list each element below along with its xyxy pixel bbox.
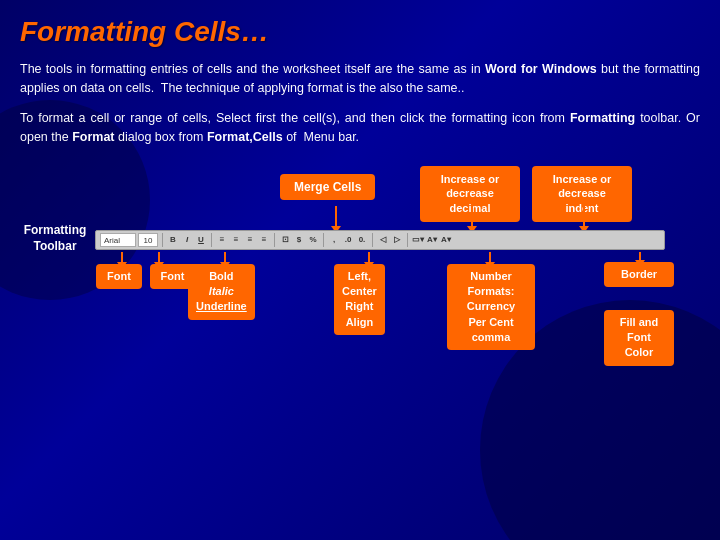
bold-button[interactable]: B (167, 235, 179, 244)
page-title: Formatting Cells… (20, 16, 700, 48)
border-dropdown-button[interactable]: ▭▾ (412, 235, 424, 244)
underline-button[interactable]: U (195, 235, 207, 244)
align-center-button[interactable]: ≡ (230, 235, 242, 244)
indent-increase-button[interactable]: ▷ (391, 235, 403, 244)
decrease-decimal-button[interactable]: 0. (356, 235, 368, 244)
bold-text: Bold (209, 270, 233, 282)
fill-color-button[interactable]: A▾ (426, 235, 438, 244)
increase-decimal-button[interactable]: .0 (342, 235, 354, 244)
toolbar-size-field[interactable]: 10 (138, 233, 158, 247)
diagram-area: Merge Cells Increase or decrease decimal… (20, 162, 700, 382)
paragraph-1: The tools in formatting entries of cells… (20, 60, 700, 99)
toolbar-font-field[interactable]: Arial (100, 233, 136, 247)
align-label: Left,CenterRightAlign (334, 264, 385, 336)
comma-button[interactable]: , (328, 235, 340, 244)
align-justify-button[interactable]: ≡ (258, 235, 270, 244)
decimal-connector (467, 206, 477, 233)
merge-cells-label: Merge Cells (280, 174, 375, 200)
currency-button[interactable]: $ (293, 235, 305, 244)
underline-text: Underline (196, 300, 247, 312)
toolbar-bar: Arial 10 B I U ≡ ≡ ≡ ≡ ⊡ $ % , .0 0. ◁ ▷… (95, 230, 665, 250)
indent-connector (579, 206, 589, 233)
fill-font-color-label: Fill andFont Color (604, 310, 674, 366)
toolbar-label: FormattingToolbar (20, 222, 90, 256)
number-formats-label: NumberFormats:CurrencyPer Centcomma (447, 264, 535, 351)
percent-button[interactable]: % (307, 235, 319, 244)
align-right-button[interactable]: ≡ (244, 235, 256, 244)
bold-italic-underline-label: Bold Italic Underline (188, 264, 255, 320)
merge-cells-connector (331, 206, 341, 233)
border-label: Border (604, 262, 674, 287)
paragraph-2: To format a cell or range of cells, Sele… (20, 109, 700, 148)
merge-cells-button[interactable]: ⊡ (279, 235, 291, 244)
italic-button[interactable]: I (181, 235, 193, 244)
italic-text: Italic (209, 285, 234, 297)
align-left-button[interactable]: ≡ (216, 235, 228, 244)
font-label: Font (96, 264, 142, 289)
font-color-button[interactable]: A▾ (440, 235, 452, 244)
indent-decrease-button[interactable]: ◁ (377, 235, 389, 244)
